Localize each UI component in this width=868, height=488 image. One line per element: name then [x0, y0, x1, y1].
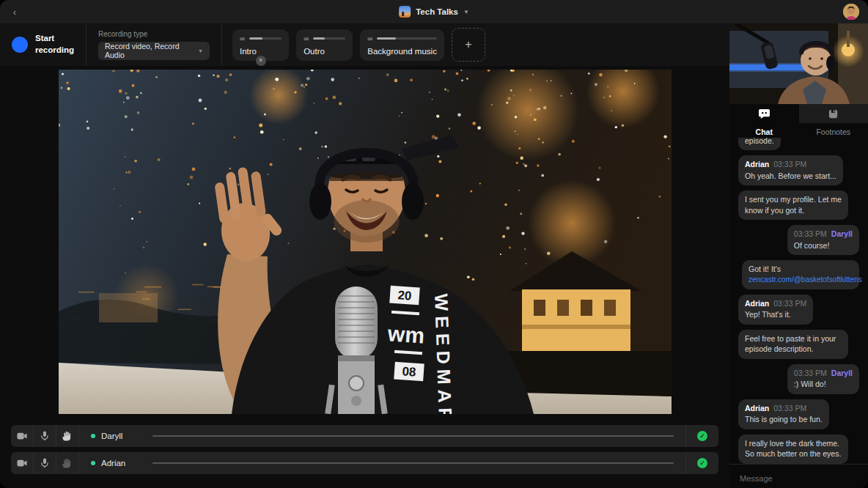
chevron-down-icon: ▼ [198, 48, 203, 53]
speaker-video: WEEDMAPS 20 wm 08 [59, 70, 672, 414]
tab-footnotes-label: Footnotes [816, 127, 850, 136]
chat-message: Adrian 03:33 PM Yep! That's it. [738, 295, 813, 325]
chat-message: Daryll 03:33 PM Of course! [787, 225, 859, 255]
camera-icon [17, 431, 27, 441]
stage: WEEDMAPS 20 wm 08 [0, 66, 729, 488]
footnotes-icon [828, 108, 839, 119]
record-icon [12, 37, 28, 53]
self-video-preview [729, 23, 868, 104]
recording-type-section: Recording type Record video, Record Audi… [87, 23, 222, 66]
chat-text: Yep! That's it. [745, 309, 806, 319]
speaker-video-scene: WEEDMAPS 20 wm 08 [59, 70, 672, 414]
chat-message-header: Adrian 03:33 PM [745, 298, 806, 308]
connection-check-icon: ✓ [697, 458, 707, 468]
recording-type-select[interactable]: Record video, Record Audio ▼ [98, 42, 210, 60]
svg-text:08: 08 [401, 364, 416, 379]
loop-icon: ∞ [240, 35, 245, 42]
connection-check-icon: ✓ [697, 431, 707, 441]
chat-text: I really love the dark theme. So much be… [745, 438, 842, 459]
chat-message-header: Daryll 03:33 PM [794, 229, 853, 239]
chat-message: I sent you my profile. Let me know if yo… [738, 191, 848, 220]
participant-row: Daryll ✓ [11, 425, 718, 447]
hand-icon [62, 431, 73, 441]
chat-timestamp: 03:33 PM [773, 298, 806, 308]
tab-footnotes[interactable]: Footnotes [799, 104, 868, 138]
mic-icon [40, 431, 50, 441]
media-card[interactable]: ∞ Intro × [232, 29, 289, 61]
chat-author: Adrian [745, 159, 769, 169]
tab-chat-label: Chat [756, 127, 773, 136]
chevron-down-icon: ▼ [463, 9, 469, 15]
media-card[interactable]: ∞ Background music [360, 29, 444, 61]
mic-toggle[interactable] [34, 452, 56, 474]
app-window: ‹ Tech Talks ▼ Start recording [0, 0, 868, 488]
camera-toggle[interactable] [11, 452, 33, 474]
chat-message: Adrian 03:33 PM Oh yeah. Before we start… [738, 155, 843, 185]
media-progress-bar [377, 37, 436, 40]
recording-type-label: Recording type [98, 30, 147, 38]
chat-text: This is going to be fun. [745, 414, 823, 424]
chat-text: episode. [745, 138, 774, 146]
add-media-button[interactable]: + [452, 28, 485, 62]
chat-author: Daryll [831, 368, 853, 378]
self-video-scene [729, 23, 868, 104]
chat-icon [758, 108, 770, 119]
media-cards-section: ∞ Intro × ∞ Outro ∞ Background music + [222, 23, 496, 66]
chat-message-header: Daryll 03:33 PM [794, 368, 853, 378]
audio-waveform [152, 435, 674, 437]
chat-text: Oh yeah. Before we start... [745, 171, 836, 181]
media-card-label: Intro [240, 47, 282, 56]
raise-hand-toggle[interactable] [56, 452, 78, 474]
user-avatar[interactable] [843, 4, 859, 20]
chat-link[interactable]: zencastr.com/@basketofsoftkittens [749, 275, 853, 285]
presence-dot [91, 434, 95, 438]
presence-dot [91, 461, 95, 465]
chat-timestamp: 03:33 PM [773, 159, 806, 169]
participant-row: Adrian ✓ [11, 452, 718, 474]
raise-hand-toggle[interactable] [56, 425, 78, 447]
chat-composer [729, 464, 868, 488]
start-recording-label: Start recording [35, 33, 81, 56]
chat-message-header: Adrian 03:33 PM [745, 159, 836, 169]
hand-icon [62, 458, 73, 468]
chat-message: Got it! It's zencastr.com/@basketofsoftk… [742, 260, 859, 289]
chat-text: Of course! [794, 240, 853, 251]
recording-toolbar: Start recording Recording type Record vi… [0, 23, 729, 66]
sidebar: Chat Footnotes episode. Adr [729, 23, 868, 488]
chat-message-header: Adrian 03:33 PM [745, 403, 823, 413]
chat-message: episode. [738, 138, 781, 150]
show-artwork [399, 6, 411, 18]
media-card[interactable]: ∞ Outro [296, 29, 353, 61]
svg-text:WEEDMAPS: WEEDMAPS [431, 293, 457, 414]
mic-toggle[interactable] [34, 425, 56, 447]
chat-text: :) Will do! [794, 379, 853, 389]
loop-icon: ∞ [304, 35, 309, 42]
chat-timestamp: 03:33 PM [773, 403, 806, 413]
camera-toggle[interactable] [11, 425, 33, 447]
chat-message: Adrian 03:33 PM This is going to be fun. [738, 399, 829, 429]
chat-timestamp: 03:33 PM [794, 368, 827, 378]
chat-text: Feel free to paste it in your episode de… [745, 333, 842, 355]
message-input[interactable] [740, 474, 858, 483]
show-title: Tech Talks [416, 7, 458, 16]
tab-chat[interactable]: Chat [729, 104, 799, 138]
chat-text: Got it! It's [749, 264, 853, 274]
media-progress-bar [313, 37, 345, 40]
media-progress-bar [249, 37, 282, 40]
svg-text:20: 20 [397, 288, 411, 303]
camera-icon [17, 458, 27, 468]
chat-message: Feel free to paste it in your episode de… [738, 330, 848, 359]
audio-waveform [152, 462, 674, 464]
recording-type-value: Record video, Record Audio [105, 42, 198, 59]
main-column: Start recording Recording type Record vi… [0, 23, 729, 488]
show-switcher[interactable]: Tech Talks ▼ [399, 0, 469, 23]
chat-author: Adrian [745, 298, 769, 308]
remove-media-icon[interactable]: × [256, 56, 266, 66]
chat-text: I sent you my profile. Let me know if yo… [745, 194, 842, 215]
start-recording-button[interactable]: Start recording [0, 23, 87, 66]
participant-name: Adrian [101, 459, 125, 467]
chat-message: Daryll 03:33 PM :) Will do! [787, 364, 859, 394]
back-icon[interactable]: ‹ [7, 4, 22, 19]
chat-author: Adrian [745, 403, 769, 413]
top-bar: ‹ Tech Talks ▼ [0, 0, 868, 23]
